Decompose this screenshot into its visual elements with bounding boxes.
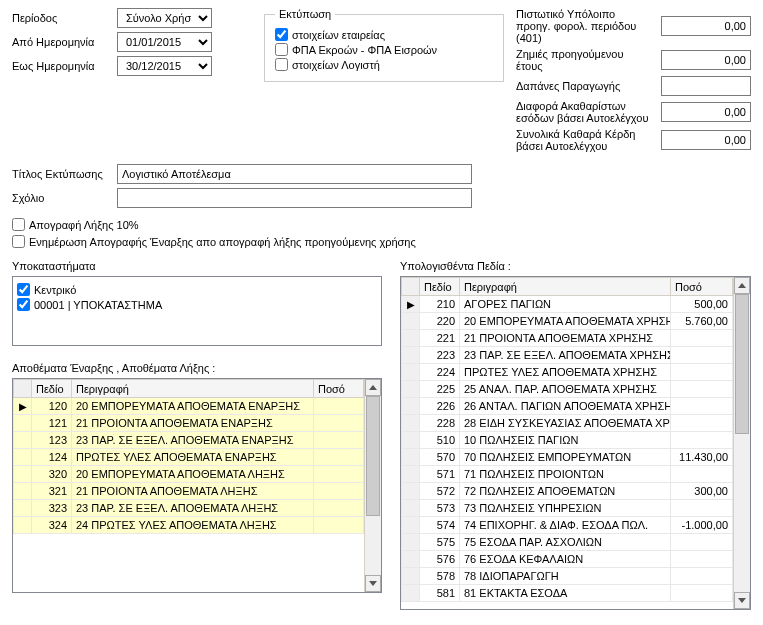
right-grid-scrollbar[interactable] [733,277,750,609]
update-opening-check[interactable] [12,235,25,248]
cell-field: 572 [420,483,460,500]
cell-amount[interactable] [314,432,364,449]
prev-losses-input[interactable] [661,50,751,70]
table-row[interactable]: 32121 ΠΡΟΙΟΝΤΑ ΑΠΟΘΕΜΑΤΑ ΛΗΞΗΣ [14,483,364,500]
to-date-select[interactable]: 30/12/2015 [117,56,212,76]
col-amount-header[interactable]: Ποσό [314,380,364,398]
table-row[interactable]: 22828 ΕΙΔΗ ΣΥΣΚΕΥΑΣΙΑΣ ΑΠΟΘΕΜΑΤΑ ΧΡΗΣΗΣ [402,415,733,432]
cell-field: 576 [420,551,460,568]
cell-desc: 26 ΑΝΤΑΛ. ΠΑΓΙΩΝ ΑΠΟΘΕΜΑΤΑ ΧΡΗΣΗΣ [460,398,671,415]
cell-desc: 24 ΠΡΩΤΕΣ ΥΛΕΣ ΑΠΟΘΕΜΑΤΑ ΛΗΞΗΣ [72,517,314,534]
table-row[interactable]: 32020 ΕΜΠΟΡΕΥΜΑΤΑ ΑΠΟΘΕΜΑΤΑ ΛΗΞΗΣ [14,466,364,483]
table-row[interactable]: 22020 ΕΜΠΟΡΕΥΜΑΤΑ ΑΠΟΘΕΜΑΤΑ ΧΡΗΣΗΣ5.760,… [402,313,733,330]
branch1-label: Κεντρικό [34,284,76,296]
period-select[interactable]: Σύνολο Χρήσης [117,8,212,28]
from-date-select[interactable]: 01/01/2015 [117,32,212,52]
scroll-up-icon[interactable] [365,379,381,396]
branches-title: Υποκαταστήματα [12,260,382,272]
cell-desc: 21 ΠΡΟΙΟΝΤΑ ΑΠΟΘΕΜΑΤΑ ΕΝΑΡΞΗΣ [72,415,314,432]
table-row[interactable]: 57878 ΙΔΙΟΠΑΡΑΓΩΓΗ [402,568,733,585]
cell-desc: 70 ΠΩΛΗΣΕΙΣ ΕΜΠΟΡΕΥΜΑΤΩΝ [460,449,671,466]
table-row[interactable]: 124ΠΡΩΤΕΣ ΥΛΕΣ ΑΠΟΘΕΜΑΤΑ ΕΝΑΡΞΗΣ [14,449,364,466]
cell-desc: 71 ΠΩΛΗΣΕΙΣ ΠΡΟΙΟΝΤΩΝ [460,466,671,483]
col-field-header[interactable]: Πεδίο [420,278,460,296]
cell-amount [671,330,733,347]
opening-closing-grid[interactable]: Πεδίο Περιγραφή Ποσό ▶12020 ΕΜΠΟΡΕΥΜΑΤΑ … [12,378,382,593]
row-selector [402,568,420,585]
credit-balance-input[interactable] [661,16,751,36]
table-row[interactable]: 32323 ΠΑΡ. ΣΕ ΕΞΕΛ. ΑΠΟΘΕΜΑΤΑ ΛΗΞΗΣ [14,500,364,517]
cell-amount: 5.760,00 [671,313,733,330]
scroll-down-icon[interactable] [734,592,750,609]
table-row[interactable]: 58181 ΕΚΤΑΚΤΑ ΕΣΟΔΑ [402,585,733,602]
calc-fields-grid[interactable]: Πεδίο Περιγραφή Ποσό ▶210ΑΓΟΡΕΣ ΠΑΓΙΩΝ50… [400,276,751,610]
prod-expenses-input[interactable] [661,76,751,96]
cell-amount[interactable] [314,415,364,432]
cell-field: 575 [420,534,460,551]
row-selector [402,585,420,602]
table-row[interactable]: 22626 ΑΝΤΑΛ. ΠΑΓΙΩΝ ΑΠΟΘΕΜΑΤΑ ΧΡΗΣΗΣ [402,398,733,415]
cell-field: 578 [420,568,460,585]
branch1-check[interactable] [17,283,30,296]
table-row[interactable]: 57272 ΠΩΛΗΣΕΙΣ ΑΠΟΘΕΜΑΤΩΝ300,00 [402,483,733,500]
cell-amount[interactable] [314,466,364,483]
print-vat-check[interactable] [275,43,288,56]
table-row[interactable]: ▶210ΑΓΟΡΕΣ ΠΑΓΙΩΝ500,00 [402,296,733,313]
row-selector [14,483,32,500]
print-company-check[interactable] [275,28,288,41]
print-title-input[interactable] [117,164,472,184]
scroll-down-icon[interactable] [365,575,381,592]
table-row[interactable]: 224ΠΡΩΤΕΣ ΥΛΕΣ ΑΠΟΘΕΜΑΤΑ ΧΡΗΣΗΣ [402,364,733,381]
table-row[interactable]: 51010 ΠΩΛΗΣΕΙΣ ΠΑΓΙΩΝ [402,432,733,449]
cell-desc: 23 ΠΑΡ. ΣΕ ΕΞΕΛ. ΑΠΟΘΕΜΑΤΑ ΛΗΞΗΣ [72,500,314,517]
table-row[interactable]: ▶12020 ΕΜΠΟΡΕΥΜΑΤΑ ΑΠΟΘΕΜΑΤΑ ΕΝΑΡΞΗΣ [14,398,364,415]
gross-diff-input[interactable] [661,102,751,122]
cell-amount[interactable] [314,517,364,534]
cell-desc: 72 ΠΩΛΗΣΕΙΣ ΑΠΟΘΕΜΑΤΩΝ [460,483,671,500]
col-field-header[interactable]: Πεδίο [32,380,72,398]
table-row[interactable]: 57373 ΠΩΛΗΣΕΙΣ ΥΠΗΡΕΣΙΩΝ [402,500,733,517]
row-selector [402,466,420,483]
scroll-up-icon[interactable] [734,277,750,294]
cell-field: 120 [32,398,72,415]
cell-amount[interactable] [314,500,364,517]
opening-closing-title: Αποθέματα Έναρξης , Αποθέματα Λήξης : [12,362,382,374]
table-row[interactable]: 22525 ΑΝΑΛ. ΠΑΡ. ΑΠΟΘΕΜΑΤΑ ΧΡΗΣΗΣ [402,381,733,398]
left-grid-scrollbar[interactable] [364,379,381,592]
table-row[interactable]: 57474 ΕΠΙΧΟΡΗΓ. & ΔΙΑΦ. ΕΣΟΔΑ ΠΩΛ.-1.000… [402,517,733,534]
cell-amount[interactable] [314,483,364,500]
cell-field: 123 [32,432,72,449]
cell-desc: 23 ΠΑΡ. ΣΕ ΕΞΕΛ. ΑΠΟΘΕΜΑΤΑ ΕΝΑΡΞΗΣ [72,432,314,449]
branches-listbox[interactable]: Κεντρικό 00001 | ΥΠΟΚΑΤΑΣΤΗΜΑ [12,276,382,346]
cell-amount[interactable] [314,449,364,466]
table-row[interactable]: 57171 ΠΩΛΗΣΕΙΣ ΠΡΟΙΟΝΤΩΝ [402,466,733,483]
net-total-input[interactable] [661,130,751,150]
col-desc-header[interactable]: Περιγραφή [460,278,671,296]
table-row[interactable]: 12121 ΠΡΟΙΟΝΤΑ ΑΠΟΘΕΜΑΤΑ ΕΝΑΡΞΗΣ [14,415,364,432]
table-row[interactable]: 57575 ΕΣΟΔΑ ΠΑΡ. ΑΣΧΟΛΙΩΝ [402,534,733,551]
cell-desc: 20 ΕΜΠΟΡΕΥΜΑΤΑ ΑΠΟΘΕΜΑΤΑ ΧΡΗΣΗΣ [460,313,671,330]
scroll-thumb[interactable] [366,396,380,516]
col-desc-header[interactable]: Περιγραφή [72,380,314,398]
cell-amount[interactable] [314,398,364,415]
cell-amount: -1.000,00 [671,517,733,534]
credit-balance-label: Πιστωτικό Υπόλοιπο προηγ. φορολ. περιόδο… [516,8,661,44]
inventory-10-check[interactable] [12,218,25,231]
table-row[interactable]: 22121 ΠΡΟΙΟΝΤΑ ΑΠΟΘΕΜΑΤΑ ΧΡΗΣΗΣ [402,330,733,347]
table-row[interactable]: 57070 ΠΩΛΗΣΕΙΣ ΕΜΠΟΡΕΥΜΑΤΩΝ11.430,00 [402,449,733,466]
cell-field: 226 [420,398,460,415]
cell-desc: 81 ΕΚΤΑΚΤΑ ΕΣΟΔΑ [460,585,671,602]
scroll-thumb[interactable] [735,294,749,434]
cell-amount [671,415,733,432]
table-row[interactable]: 12323 ΠΑΡ. ΣΕ ΕΞΕΛ. ΑΠΟΘΕΜΑΤΑ ΕΝΑΡΞΗΣ [14,432,364,449]
cell-desc: 28 ΕΙΔΗ ΣΥΣΚΕΥΑΣΙΑΣ ΑΠΟΘΕΜΑΤΑ ΧΡΗΣΗΣ [460,415,671,432]
table-row[interactable]: 57676 ΕΣΟΔΑ ΚΕΦΑΛΑΙΩΝ [402,551,733,568]
cell-field: 220 [420,313,460,330]
col-amount-header[interactable]: Ποσό [671,278,733,296]
comment-input[interactable] [117,188,472,208]
branch2-check[interactable] [17,298,30,311]
print-accountant-check[interactable] [275,58,288,71]
gross-diff-label: Διαφορά Ακαθαρίστων εσόδων βάσει Αυτοελέ… [516,100,661,124]
table-row[interactable]: 32424 ΠΡΩΤΕΣ ΥΛΕΣ ΑΠΟΘΕΜΑΤΑ ΛΗΞΗΣ [14,517,364,534]
table-row[interactable]: 22323 ΠΑΡ. ΣΕ ΕΞΕΛ. ΑΠΟΘΕΜΑΤΑ ΧΡΗΣΗΣ [402,347,733,364]
